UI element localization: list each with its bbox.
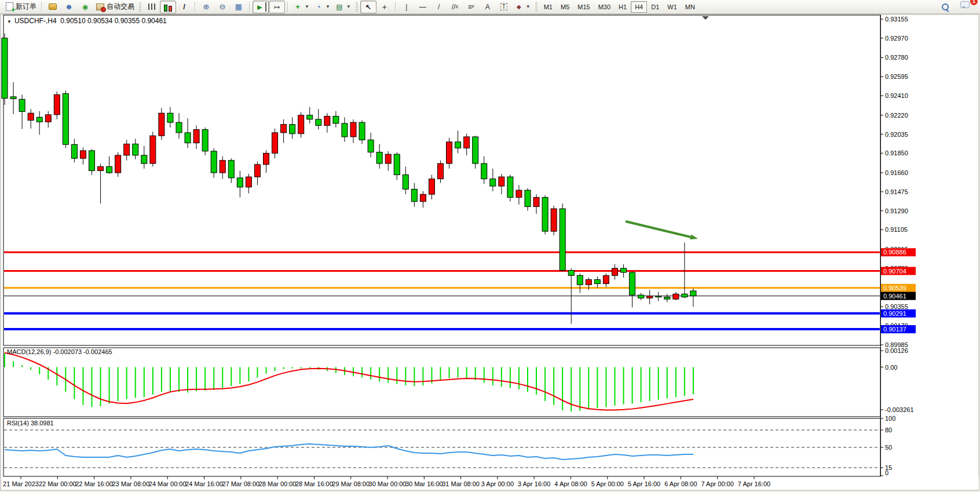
zoom-out-button[interactable]: ⊖ — [214, 1, 231, 13]
candle-body — [115, 155, 121, 173]
chevron-down-icon: ▼ — [326, 4, 330, 9]
time-tick-label: 7 Apr 16:00 — [738, 480, 770, 487]
shapes-icon: ◆ — [514, 2, 524, 12]
text-button[interactable]: A — [480, 1, 496, 13]
candle-body — [124, 144, 130, 155]
price-tick-label: 0.91660 — [885, 169, 908, 176]
candle-body — [438, 163, 444, 179]
chart-collapse-icon[interactable]: ▼ — [7, 19, 12, 24]
tab-timeframe-mn[interactable]: MN — [681, 1, 699, 13]
candle-body — [673, 294, 679, 299]
candle-body — [656, 296, 661, 297]
price-tick-label: 0.92780 — [885, 54, 908, 61]
auto-scroll-button[interactable]: ↦ — [269, 1, 285, 13]
candle-body — [429, 179, 434, 195]
zoom-in-icon: ⊕ — [202, 2, 211, 12]
tab-timeframe-h4[interactable]: H4 — [631, 1, 647, 13]
time-tick-label: 3 Apr 16:00 — [518, 480, 550, 487]
rsi-tick-label: 80 — [885, 427, 892, 433]
chat-icon — [960, 1, 970, 8]
panes[interactable] — [3, 15, 880, 476]
macd-tick-label: 0.00126 — [885, 347, 908, 354]
time-tick-label: 30 Mar 16:00 — [405, 480, 443, 487]
label-button[interactable]: T — [496, 1, 512, 13]
candle-body — [638, 295, 644, 298]
time-tick-label: 22 Mar 16:00 — [75, 480, 113, 487]
tab-timeframe-d1[interactable]: D1 — [647, 1, 663, 13]
time-tick-label: 5 Apr 16:00 — [628, 480, 660, 487]
chart-ohlc-values: 0.90510 0.90534 0.90355 0.90461 — [60, 17, 167, 25]
chart-canvas[interactable]: 0.931550.929700.927800.925950.924100.922… — [0, 0, 980, 492]
price-tick-label: 0.92220 — [885, 112, 908, 119]
trendline-button[interactable]: / — [431, 1, 447, 13]
signals-button[interactable]: ◉ — [77, 1, 93, 13]
candle-body — [107, 166, 112, 173]
candle-body — [264, 153, 269, 165]
candle-body — [193, 130, 199, 143]
tile-windows-button[interactable]: ▦ — [231, 1, 247, 13]
bar-chart-button[interactable] — [144, 1, 160, 13]
hline-button[interactable]: — — [415, 1, 431, 13]
fibonacci-button[interactable]: ≡F — [463, 1, 480, 13]
chart-symbol-period: USDCHF-,H4 — [14, 17, 57, 25]
tab-timeframe-w1[interactable]: W1 — [663, 1, 681, 13]
tab-timeframe-m30[interactable]: M30 — [594, 1, 615, 13]
zoom-in-button[interactable]: ⊕ — [198, 1, 214, 13]
rsi-tick-label: 100 — [885, 415, 895, 422]
candle-body — [272, 133, 278, 153]
price-tag-label: 0.90539 — [883, 285, 906, 291]
candle-body — [54, 94, 60, 115]
time-axis[interactable]: 21 Mar 202322 Mar 00:0022 Mar 16:0023 Ma… — [1, 476, 979, 490]
chart-shift-button[interactable]: ▶ — [253, 1, 269, 13]
periods-button[interactable]: ◔▼ — [312, 1, 332, 13]
candlestick-chart-button[interactable] — [160, 1, 176, 13]
new-order-label: 新订单 — [16, 2, 36, 12]
channel-button[interactable]: //E — [447, 1, 463, 13]
indicators-button[interactable]: +▼ — [291, 1, 312, 13]
toolbar-grip[interactable] — [356, 2, 358, 12]
candle-body — [551, 209, 557, 231]
gold-icon — [49, 3, 57, 10]
profile-button[interactable]: ☻ — [61, 1, 77, 13]
chevron-down-icon: ▼ — [346, 4, 351, 9]
candle-body — [647, 296, 653, 298]
line-chart-button[interactable]: / — [176, 1, 192, 13]
toolbar-grip[interactable] — [139, 2, 141, 12]
candle-body — [490, 179, 496, 186]
chat-button[interactable]: 1 — [958, 1, 974, 13]
candle-body — [499, 177, 504, 186]
tab-timeframe-m1[interactable]: M1 — [540, 1, 557, 13]
shapes-button[interactable]: ◆▼ — [512, 1, 533, 13]
crosshair-button[interactable]: + — [376, 1, 393, 13]
auto-scroll-icon: ↦ — [272, 2, 281, 12]
new-order-button[interactable]: + 新订单 — [2, 1, 39, 13]
price-tag-label: 0.90291 — [883, 310, 906, 317]
tab-timeframe-m5[interactable]: M5 — [557, 1, 573, 13]
candle-body — [307, 115, 313, 119]
autotrading-button[interactable]: 自动交易 — [93, 1, 137, 13]
vline-icon: | — [402, 2, 411, 12]
toolbar-grip[interactable] — [535, 2, 537, 12]
tab-timeframe-h1[interactable]: H1 — [615, 1, 631, 13]
candle-body — [394, 154, 400, 174]
candle-body — [246, 177, 251, 187]
gold-button[interactable] — [45, 1, 61, 13]
price-tag-label: 0.90886 — [883, 249, 906, 256]
time-tick-label: 5 Apr 00:00 — [591, 480, 624, 487]
time-tick-label: 31 Mar 08:00 — [442, 480, 480, 487]
candle-body — [28, 113, 34, 120]
trendline-icon: / — [434, 2, 444, 12]
templates-button[interactable]: ▤▼ — [332, 1, 353, 13]
vline-button[interactable]: | — [398, 1, 415, 13]
label-icon: T — [500, 3, 507, 10]
candle-body — [159, 113, 164, 136]
macd-tick-label: -0.003261 — [885, 406, 914, 413]
new-order-icon: + — [6, 2, 13, 11]
zoom-out-icon: ⊖ — [218, 2, 227, 12]
search-button[interactable] — [937, 1, 953, 13]
cursor-button[interactable]: ↖ — [360, 1, 376, 13]
candle-body — [10, 97, 16, 99]
price-tick-label: 0.91475 — [885, 188, 908, 195]
candle-body — [603, 275, 609, 283]
tab-timeframe-m15[interactable]: M15 — [573, 1, 594, 13]
